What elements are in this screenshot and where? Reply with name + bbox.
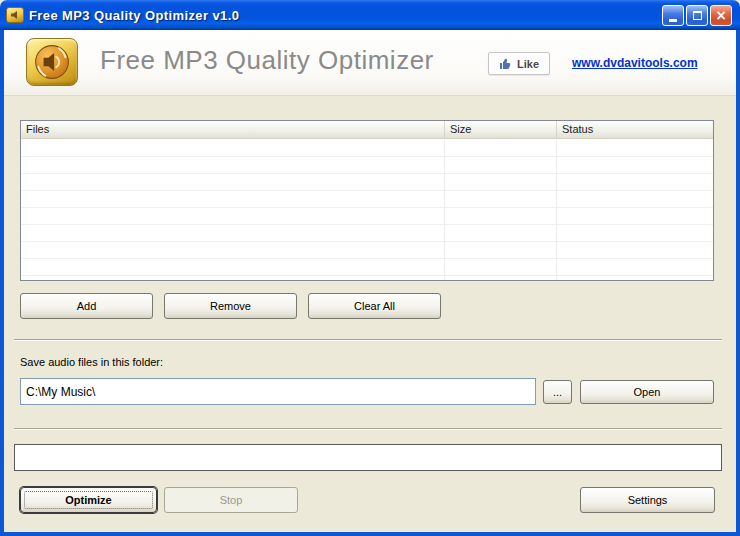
file-list-body[interactable] (21, 140, 713, 280)
column-header-size[interactable]: Size (445, 121, 557, 138)
remove-button[interactable]: Remove (164, 293, 297, 319)
settings-button[interactable]: Settings (580, 487, 715, 513)
column-divider (556, 140, 557, 280)
column-header-files[interactable]: Files (21, 121, 445, 138)
close-icon: × (715, 8, 727, 22)
minimize-button[interactable] (662, 5, 684, 26)
optimize-button[interactable]: Optimize (20, 487, 157, 513)
app-window: Free MP3 Quality Optimizer v1.0 × (0, 0, 740, 536)
maximize-button[interactable] (686, 5, 708, 26)
stop-button[interactable]: Stop (164, 487, 298, 513)
file-list-header: Files Size Status (21, 121, 713, 139)
browse-button[interactable]: ... (543, 380, 572, 404)
like-label: Like (517, 58, 539, 70)
app-logo (26, 38, 78, 86)
output-folder-label: Save audio files in this folder: (20, 356, 163, 368)
thumbs-up-icon (499, 57, 512, 70)
window-border-left (0, 30, 4, 532)
close-button[interactable]: × (710, 5, 732, 26)
window-title: Free MP3 Quality Optimizer v1.0 (29, 8, 662, 23)
titlebar[interactable]: Free MP3 Quality Optimizer v1.0 × (0, 0, 740, 30)
separator (14, 428, 722, 430)
window-controls: × (662, 5, 732, 26)
page-title: Free MP3 Quality Optimizer (100, 45, 434, 76)
website-link[interactable]: www.dvdavitools.com (572, 56, 698, 70)
separator (14, 339, 722, 341)
window-border-bottom (0, 532, 740, 536)
progress-bar (14, 444, 722, 471)
gold-speaker-icon (33, 43, 71, 81)
file-list[interactable]: Files Size Status (20, 120, 714, 281)
header: Free MP3 Quality Optimizer Like www.dvda… (4, 30, 736, 96)
like-button[interactable]: Like (488, 52, 550, 75)
maximize-icon (693, 11, 702, 20)
open-button[interactable]: Open (580, 380, 714, 404)
column-header-status[interactable]: Status (557, 121, 713, 138)
clear-all-button[interactable]: Clear All (308, 293, 441, 319)
column-divider (444, 140, 445, 280)
app-icon[interactable] (6, 7, 24, 23)
window-border-right (736, 30, 740, 532)
add-button[interactable]: Add (20, 293, 153, 319)
speaker-mini-icon (10, 10, 20, 20)
minimize-icon (669, 19, 677, 22)
output-path-input[interactable] (20, 378, 536, 405)
